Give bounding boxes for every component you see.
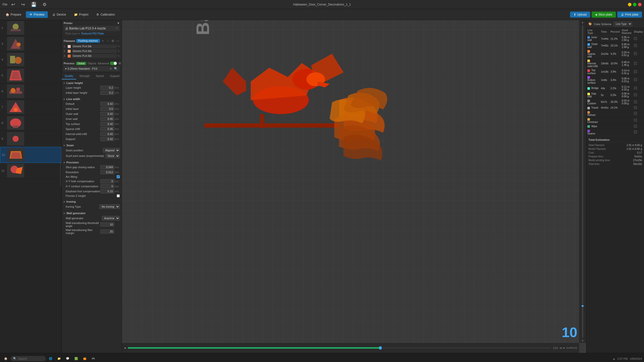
- close-button[interactable]: [638, 3, 641, 6]
- layer-slider-vertical[interactable]: ▲ ▼: [579, 20, 586, 343]
- settings-button[interactable]: ⚙: [41, 1, 49, 8]
- est-row-11: Unretract: [586, 117, 644, 124]
- input-wall_generator-1[interactable]: [100, 222, 114, 227]
- layer-slider-horizontal[interactable]: ◀ 1/10 ⏮ ⏭ SURFACE: [122, 343, 579, 353]
- minimize-button[interactable]: [628, 3, 631, 6]
- thumbnail-item-2[interactable]: 2: [0, 20, 61, 36]
- label-line_width-7: Support: [66, 138, 100, 141]
- input-line_width-0[interactable]: [100, 102, 114, 106]
- group-header-line_width[interactable]: ▶ Line width: [64, 97, 120, 101]
- save-button[interactable]: 💾: [29, 1, 38, 8]
- taskbar-app-3[interactable]: 💬: [64, 356, 71, 361]
- filament-name-2[interactable]: Generic PLA Silk: [72, 49, 117, 53]
- input-line_width-6[interactable]: [100, 132, 114, 136]
- input-layer_height-0[interactable]: [100, 86, 114, 90]
- thumbnail-item-7[interactable]: 7: [0, 99, 61, 115]
- filament-copy-2[interactable]: ✎: [118, 50, 120, 53]
- filament-settings-button[interactable]: ⚙: [111, 39, 115, 43]
- group-header-wall_generator[interactable]: ▶ Wall generator: [64, 211, 120, 215]
- input-precision-0[interactable]: [100, 165, 114, 169]
- input-line_width-5[interactable]: [100, 127, 114, 131]
- global-button[interactable]: Global: [76, 62, 86, 65]
- filament-more-button[interactable]: ⋯: [116, 39, 120, 43]
- undo-button[interactable]: ↩: [9, 1, 17, 8]
- thumbnail-item-6[interactable]: 6: [0, 83, 61, 99]
- thumbnail-item-9[interactable]: 9: [0, 131, 61, 147]
- est-pct-11: [610, 117, 621, 124]
- advanced-toggle[interactable]: [110, 62, 117, 65]
- taskbar-app-6[interactable]: 🎮: [90, 356, 97, 361]
- input-line_width-3[interactable]: [100, 117, 114, 121]
- add-filament-button[interactable]: ＋: [101, 39, 105, 43]
- tab-support[interactable]: Support: [107, 73, 122, 79]
- thumbnail-item-11[interactable]: 11: [0, 163, 61, 179]
- taskbar-app-4[interactable]: 🟩: [72, 356, 80, 361]
- tab-preview[interactable]: 👁 Preview: [26, 11, 48, 18]
- search-input[interactable]: [18, 357, 43, 360]
- filament-color-1: [68, 45, 71, 48]
- input-layer_height-1[interactable]: [100, 91, 114, 95]
- thumb-img-6: [7, 84, 24, 98]
- group-header-seam[interactable]: ▶ Seam: [64, 143, 120, 148]
- checkbox-precision-2[interactable]: [117, 175, 120, 178]
- tab-prepare[interactable]: 🏠 Prepare: [2, 11, 25, 18]
- process-settings-icon[interactable]: ⚙: [118, 62, 122, 65]
- 3d-model: [172, 35, 399, 186]
- select-seam-1[interactable]: None: [105, 154, 120, 158]
- taskbar-app-1[interactable]: 🌐: [47, 356, 54, 361]
- flushing-volumes-button[interactable]: Flushing volumes: [76, 39, 100, 43]
- taskbar-app-2[interactable]: 📁: [55, 356, 63, 361]
- checkbox-precision-6[interactable]: [117, 194, 120, 197]
- filament-copy-3[interactable]: ✎: [118, 55, 120, 57]
- slice-button[interactable]: ◈ Slice plate: [592, 12, 616, 18]
- input-line_width-1[interactable]: [100, 107, 114, 111]
- input-wall_generator-2[interactable]: [100, 230, 114, 234]
- tab-speed[interactable]: Speed: [93, 73, 107, 79]
- remove-filament-button[interactable]: －: [106, 39, 110, 43]
- input-precision-5[interactable]: [100, 189, 114, 193]
- thumbnail-item-8[interactable]: 8: [0, 115, 61, 131]
- taskbar-app-5[interactable]: 🍊: [81, 356, 89, 361]
- home-taskbar[interactable]: 🏠: [2, 356, 10, 361]
- objects-button[interactable]: Objects: [88, 62, 96, 65]
- printer-name[interactable]: 🖨 Bambu Lab P1S 0.4 nozzle ✎: [64, 26, 120, 31]
- thumbnail-item-5[interactable]: 5: [0, 68, 61, 83]
- line-type-select[interactable]: Line Type: [614, 22, 632, 26]
- tab-project[interactable]: 📁 Project: [70, 11, 92, 18]
- filament-name-1[interactable]: Generic PLA Silk: [72, 44, 117, 48]
- preset-close-icon[interactable]: ✕: [109, 67, 112, 70]
- tab-calibration[interactable]: ⚙ Calibration: [93, 11, 118, 18]
- print-button[interactable]: 🖨 Print plate: [617, 12, 642, 18]
- label-seam-0: Seam position: [66, 149, 103, 152]
- tab-quality[interactable]: Quality: [62, 73, 76, 79]
- group-header-ironing[interactable]: ▶ Ironing: [64, 199, 120, 204]
- filament-num-1: 1: [64, 45, 67, 48]
- preset-search-icon[interactable]: 🔍: [113, 67, 118, 70]
- thumbnail-item-4[interactable]: 4: [0, 52, 61, 68]
- group-header-precision[interactable]: ▶ Precision: [64, 160, 120, 165]
- input-precision-3[interactable]: [100, 179, 114, 183]
- input-line_width-4[interactable]: [100, 122, 114, 126]
- upload-button[interactable]: ⬆ Upload: [570, 12, 590, 18]
- input-precision-4[interactable]: [100, 184, 114, 188]
- thumbnail-item-3[interactable]: 3: [0, 36, 61, 52]
- file-menu[interactable]: File: [3, 3, 7, 6]
- est-row-8: Custom 6m7s 18.3% 0.03 m 0.09 g: [586, 99, 644, 105]
- process-preset[interactable]: ▾ 0.20mm Standard - P1S ✕ 🔍: [64, 66, 120, 71]
- input-line_width-2[interactable]: [100, 112, 114, 116]
- filament-copy-1[interactable]: ✎: [118, 45, 120, 48]
- input-line_width-7[interactable]: [100, 137, 114, 141]
- redo-button[interactable]: ↪: [19, 1, 27, 8]
- tab-strength[interactable]: Strength: [76, 73, 93, 79]
- select-ironing-0[interactable]: No ironing: [99, 204, 120, 209]
- maximize-button[interactable]: [633, 3, 636, 6]
- search-bar[interactable]: 🔍: [11, 356, 46, 361]
- select-seam-0[interactable]: Aligned: [103, 148, 120, 153]
- input-precision-1[interactable]: [100, 170, 114, 174]
- tab-device[interactable]: 🖨 Device: [49, 11, 69, 18]
- viewport[interactable]: Bambu Textured PEI Plate: [122, 20, 586, 353]
- filament-name-3[interactable]: Generic PLA Silk: [72, 54, 117, 58]
- group-header-layer_height[interactable]: ▶ Layer height: [64, 81, 120, 85]
- select-wall_generator-0[interactable]: Arachne: [102, 216, 120, 220]
- thumbnail-item-10[interactable]: 10: [0, 147, 61, 163]
